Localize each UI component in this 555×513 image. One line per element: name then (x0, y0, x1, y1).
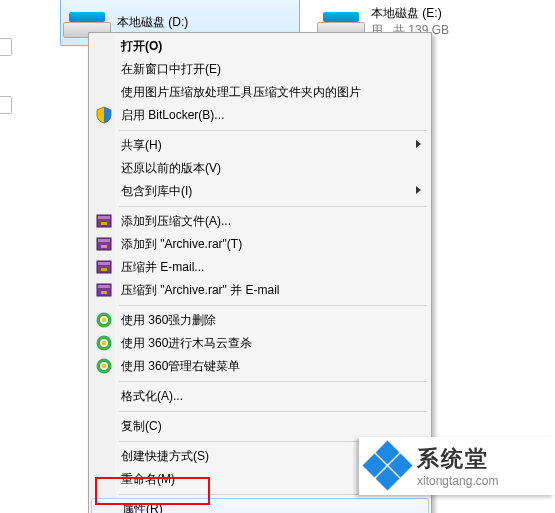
svg-rect-5 (101, 245, 107, 248)
menu-rar-email[interactable]: 压缩到 "Archive.rar" 并 E-mail (91, 279, 429, 302)
watermark-en: xitongtang.com (417, 474, 498, 488)
logo-icon (367, 445, 409, 487)
svg-rect-11 (101, 291, 107, 294)
menu-add-archive-a[interactable]: 添加到压缩文件(A)... (91, 210, 429, 233)
menu-separator (119, 411, 427, 412)
svg-point-14 (102, 318, 107, 323)
shield-icon (95, 106, 113, 124)
menu-format[interactable]: 格式化(A)... (91, 385, 429, 408)
menu-addarchiveT-label: 添加到 "Archive.rar"(T) (121, 236, 429, 253)
watermark-cn: 系统堂 (417, 444, 498, 474)
menu-mgr360-label: 使用 360管理右键菜单 (121, 358, 429, 375)
360-icon (95, 334, 113, 352)
left-fragment-2 (0, 96, 12, 114)
menu-share[interactable]: 共享(H) (91, 134, 429, 157)
menu-properties[interactable]: 属性(R) (91, 498, 429, 513)
menu-del360-label: 使用 360强力删除 (121, 312, 429, 329)
winrar-icon (95, 212, 113, 230)
menu-360-scan[interactable]: 使用 360进行木马云查杀 (91, 332, 429, 355)
menu-copy-label: 复制(C) (121, 418, 429, 435)
menu-360-delete[interactable]: 使用 360强力删除 (91, 309, 429, 332)
menu-previous-versions[interactable]: 还原以前的版本(V) (91, 157, 429, 180)
menu-separator (119, 381, 427, 382)
menu-360-manage[interactable]: 使用 360管理右键菜单 (91, 355, 429, 378)
svg-rect-4 (98, 239, 110, 242)
menu-share-label: 共享(H) (121, 137, 429, 154)
menu-open[interactable]: 打开(O) (91, 35, 429, 58)
drive-d-label: 本地磁盘 (D:) (117, 14, 188, 31)
menu-imgcompress-label: 使用图片压缩放处理工具压缩文件夹内的图片 (121, 84, 429, 101)
menu-bitlocker-label: 启用 BitLocker(B)... (121, 107, 429, 124)
menu-zip-email[interactable]: 压缩并 E-mail... (91, 256, 429, 279)
menu-addarchiveA-label: 添加到压缩文件(A)... (121, 213, 429, 230)
menu-copy[interactable]: 复制(C) (91, 415, 429, 438)
360-icon (95, 311, 113, 329)
winrar-icon (95, 235, 113, 253)
menu-open-label: 打开(O) (121, 38, 429, 55)
menu-newwin-label: 在新窗口中打开(E) (121, 61, 429, 78)
menu-emailrar-label: 压缩到 "Archive.rar" 并 E-mail (121, 282, 429, 299)
winrar-icon (95, 281, 113, 299)
chevron-right-icon (416, 186, 421, 194)
chevron-right-icon (416, 140, 421, 148)
menu-separator (119, 305, 427, 306)
left-fragment-1 (0, 38, 12, 56)
svg-rect-7 (98, 262, 110, 265)
svg-rect-10 (98, 285, 110, 288)
menu-bitlocker[interactable]: 启用 BitLocker(B)... (91, 104, 429, 127)
360-icon (95, 357, 113, 375)
menu-prevver-label: 还原以前的版本(V) (121, 160, 429, 177)
menu-include-label: 包含到库中(I) (121, 183, 429, 200)
menu-separator (119, 130, 427, 131)
menu-emailzip-label: 压缩并 E-mail... (121, 259, 429, 276)
menu-add-archive-t[interactable]: 添加到 "Archive.rar"(T) (91, 233, 429, 256)
svg-rect-2 (101, 222, 107, 225)
menu-properties-label: 属性(R) (122, 501, 428, 514)
menu-open-new-window[interactable]: 在新窗口中打开(E) (91, 58, 429, 81)
svg-rect-1 (98, 216, 110, 219)
menu-include-library[interactable]: 包含到库中(I) (91, 180, 429, 203)
svg-rect-8 (101, 268, 107, 271)
watermark-logo: 系统堂 xitongtang.com (359, 437, 555, 495)
svg-point-20 (102, 364, 107, 369)
menu-img-compress[interactable]: 使用图片压缩放处理工具压缩文件夹内的图片 (91, 81, 429, 104)
drive-e-label: 本地磁盘 (E:) (371, 5, 449, 22)
menu-separator (119, 206, 427, 207)
menu-scan360-label: 使用 360进行木马云查杀 (121, 335, 429, 352)
winrar-icon (95, 258, 113, 276)
menu-format-label: 格式化(A)... (121, 388, 429, 405)
svg-point-17 (102, 341, 107, 346)
